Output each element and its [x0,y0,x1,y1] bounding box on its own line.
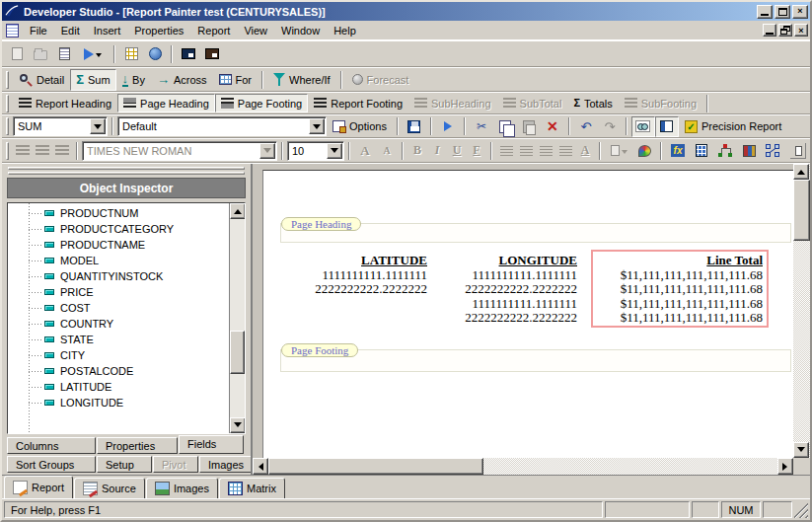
cell[interactable]: 1111111111.1111111 [439,268,577,283]
cut-button[interactable]: ✂ [470,116,493,136]
column-header[interactable]: Line Total [599,254,763,268]
cell[interactable]: 2222222222.2222222 [439,282,577,297]
define-function-button[interactable]: fx [666,140,690,162]
tab-source[interactable]: Source [74,478,145,498]
report-page[interactable]: Page Heading LATITUDE 1111111111.1111111… [262,170,793,458]
align-justify-button[interactable] [555,140,575,162]
resize-grip[interactable] [794,501,808,518]
menu-help[interactable]: Help [327,22,363,39]
tree-item-productname[interactable]: PRODUCTNAME [8,237,229,253]
style-combobox[interactable]: Default [117,116,327,136]
for-button[interactable]: For [213,69,258,91]
tab-pivot[interactable]: Pivot [153,456,198,473]
cell[interactable]: $11,111,111,111,111,111.68 [599,282,763,297]
tree-item-price[interactable]: PRICE [8,284,229,300]
font-size-combobox[interactable]: 10 [287,141,344,161]
combo-dropdown-icon[interactable] [327,143,342,159]
cell[interactable]: $11,111,111,111,111,111.68 [599,311,763,326]
detail-button[interactable]: Detail [13,69,70,91]
subtotal-button[interactable]: SubTotal [497,94,568,112]
aggregate-combobox[interactable]: SUM [13,116,108,136]
by-button[interactable]: ↓By [116,69,151,91]
style-stamp-button[interactable] [605,140,632,162]
tab-properties[interactable]: Properties [97,437,178,454]
toolbar-grip[interactable] [6,71,9,89]
totals-button[interactable]: ΣTotals [567,94,618,112]
options-button[interactable]: Options [327,116,393,136]
tab-setup[interactable]: Setup [97,456,152,473]
column-longitude[interactable]: LONGITUDE 1111111111.1111111 2222222222.… [439,254,577,326]
copy-button[interactable] [493,116,517,136]
open-button[interactable] [29,43,52,65]
cell[interactable]: $11,111,111,111,111,111.68 [599,297,763,312]
minimize-button[interactable] [757,5,773,19]
web-view-button[interactable] [143,43,167,65]
subheading-button[interactable]: SubHeading [408,94,497,112]
menu-file[interactable]: File [23,22,54,39]
combo-dropdown-icon[interactable] [90,118,106,134]
compute-button[interactable] [690,140,713,162]
scrollbar-thumb[interactable] [793,180,810,241]
underline-button[interactable]: U [447,140,467,162]
horizontal-scrollbar[interactable] [253,458,793,475]
dimension-tree-button[interactable] [713,140,737,162]
align-left-button[interactable] [496,140,516,162]
tree-item-productcategory[interactable]: PRODUCTCATEGORY [8,221,229,237]
where-if-button[interactable]: Where/If [267,69,336,91]
scroll-up-icon[interactable] [793,164,809,180]
tree-item-quantityinstock[interactable]: QUANTITYINSTOCK [8,268,229,284]
align-center-button[interactable] [516,140,536,162]
scrollbar-thumb[interactable] [230,331,245,374]
panel-gripper[interactable] [8,167,245,170]
mdi-minimize-button[interactable] [763,24,776,37]
grow-font-button[interactable]: A [354,140,376,162]
tree-item-model[interactable]: MODEL [8,253,229,268]
cell[interactable]: 1111111111.1111111 [283,268,427,283]
field-layout-2-button[interactable] [33,140,52,162]
style-palette-button[interactable] [632,140,656,162]
project-tree-button[interactable] [119,43,143,65]
scroll-right-icon[interactable] [777,458,793,475]
font-color-button[interactable]: A [575,140,595,162]
align-right-button[interactable] [536,140,555,162]
run-dropdown-icon[interactable] [96,53,102,60]
combo-dropdown-icon[interactable] [309,118,325,134]
forecast-button[interactable]: Forecast [346,69,415,91]
mdi-close-button[interactable]: × [794,24,808,37]
edit-report-button[interactable] [52,43,76,65]
page-heading-button[interactable]: Page Heading [117,94,215,112]
page-footing-button[interactable]: Page Footing [215,94,308,112]
column-line-total[interactable]: Line Total $11,111,111,111,111,111.68 $1… [599,254,763,326]
page-heading-pill[interactable]: Page Heading [281,217,361,231]
italic-button[interactable]: I [427,140,447,162]
field-layout-1-button[interactable] [13,140,33,162]
field-layout-3-button[interactable] [52,140,72,162]
page-footing-pill[interactable]: Page Footing [281,343,358,357]
run-button[interactable] [76,43,110,65]
tab-images[interactable]: Images [146,478,218,498]
tab-images[interactable]: Images [199,456,257,473]
scroll-down-icon[interactable] [230,417,246,433]
scroll-left-icon[interactable] [253,458,268,475]
precision-report-button[interactable]: ✓Precision Report [679,116,787,136]
scroll-down-icon[interactable] [793,442,809,458]
tree-item-latitude[interactable]: LATITUDE [8,379,229,395]
report-heading-button[interactable]: Report Heading [13,94,117,112]
toolbar-grip[interactable] [6,95,9,112]
tab-fields[interactable]: Fields [179,435,244,454]
paste-button[interactable] [517,116,541,136]
shrink-font-button[interactable]: A [376,140,398,162]
delete-button[interactable]: ✕ [541,116,564,136]
tab-matrix[interactable]: Matrix [219,478,285,498]
cell[interactable]: $11,111,111,111,111,111.68 [599,268,763,283]
tab-report[interactable]: Report [4,476,73,498]
tree-item-cost[interactable]: COST [8,300,229,316]
tab-sort-groups[interactable]: Sort Groups [7,456,96,473]
menu-edit[interactable]: Edit [54,22,87,39]
mdi-restore-button[interactable] [778,24,792,37]
hide-toolbar-button[interactable] [789,142,807,160]
tree-item-productnum[interactable]: PRODUCTNUM [8,205,229,221]
sum-button[interactable]: ΣSum [70,69,115,91]
cell[interactable]: 2222222222.2222222 [439,311,577,326]
tree-item-longitude[interactable]: LONGITUDE [8,395,229,410]
